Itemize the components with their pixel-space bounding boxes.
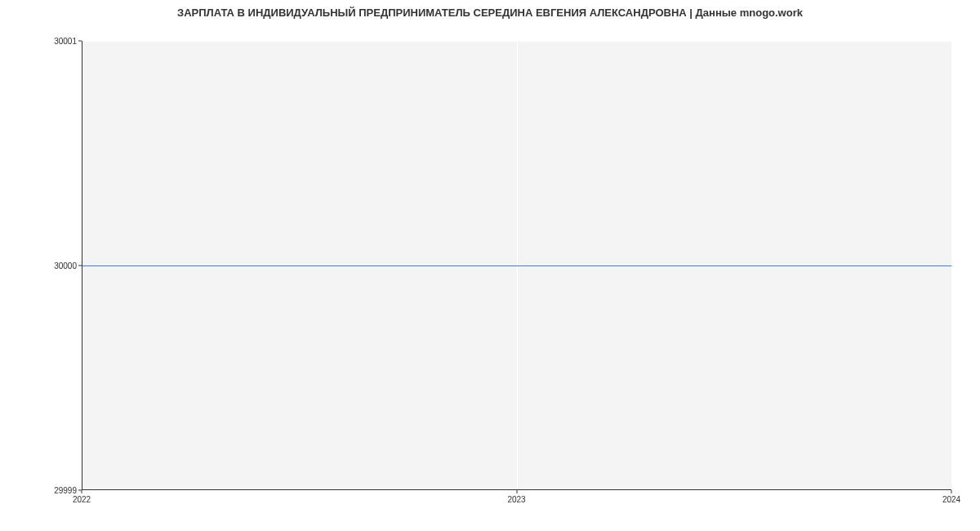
data-line — [82, 266, 951, 266]
gridline-v — [951, 41, 952, 489]
chart-title: ЗАРПЛАТА В ИНДИВИДУАЛЬНЫЙ ПРЕДПРИНИМАТЕЛ… — [0, 7, 980, 19]
x-tick-label: 2022 — [73, 495, 91, 504]
x-tick-label: 2024 — [942, 495, 960, 504]
plot-area — [82, 41, 951, 490]
x-tick-mark — [951, 490, 952, 493]
y-tick-label: 29999 — [54, 486, 77, 495]
y-tick-mark — [78, 41, 82, 42]
y-tick-label: 30000 — [54, 261, 77, 270]
x-tick-label: 2023 — [507, 495, 525, 504]
x-tick-mark — [82, 490, 82, 493]
chart-container: ЗАРПЛАТА В ИНДИВИДУАЛЬНЫЙ ПРЕДПРИНИМАТЕЛ… — [0, 0, 980, 531]
x-tick-mark — [516, 490, 517, 493]
y-tick-mark — [78, 266, 82, 266]
y-tick-label: 30001 — [54, 37, 77, 46]
